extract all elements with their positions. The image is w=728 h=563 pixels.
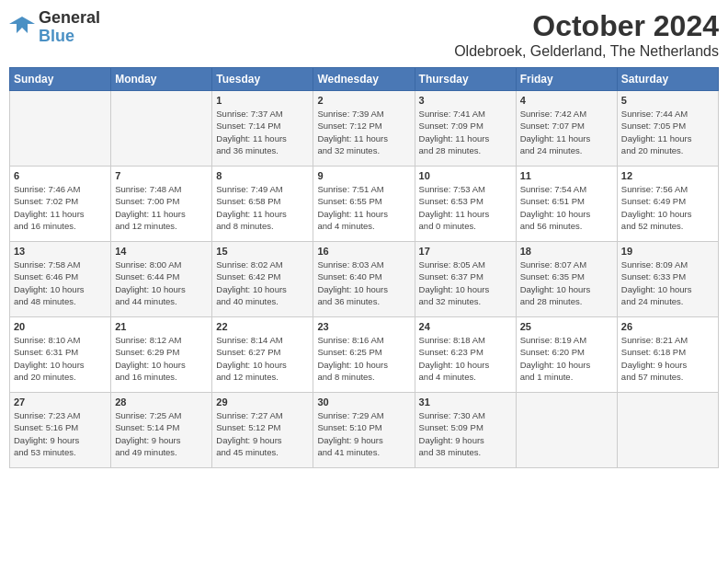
calendar-cell: 11Sunrise: 7:54 AM Sunset: 6:51 PM Dayli… bbox=[516, 167, 617, 242]
calendar-cell: 22Sunrise: 8:14 AM Sunset: 6:27 PM Dayli… bbox=[212, 317, 313, 393]
day-number: 31 bbox=[419, 396, 512, 408]
day-number: 20 bbox=[14, 321, 107, 332]
day-number: 19 bbox=[621, 246, 714, 257]
calendar-cell: 27Sunrise: 7:23 AM Sunset: 5:16 PM Dayli… bbox=[10, 393, 111, 468]
calendar-cell: 28Sunrise: 7:25 AM Sunset: 5:14 PM Dayli… bbox=[111, 393, 212, 468]
day-info: Sunrise: 8:05 AM Sunset: 6:37 PM Dayligh… bbox=[419, 259, 512, 307]
day-number: 28 bbox=[115, 396, 208, 408]
column-header-wednesday: Wednesday bbox=[313, 68, 415, 91]
page-title: October 2024 bbox=[454, 9, 719, 43]
calendar-cell: 19Sunrise: 8:09 AM Sunset: 6:33 PM Dayli… bbox=[617, 242, 718, 317]
day-info: Sunrise: 7:37 AM Sunset: 7:14 PM Dayligh… bbox=[216, 108, 309, 156]
logo: General Blue bbox=[9, 9, 100, 46]
calendar-cell: 31Sunrise: 7:30 AM Sunset: 5:09 PM Dayli… bbox=[415, 393, 516, 468]
calendar-cell: 9Sunrise: 7:51 AM Sunset: 6:55 PM Daylig… bbox=[313, 167, 415, 242]
day-info: Sunrise: 8:18 AM Sunset: 6:23 PM Dayligh… bbox=[419, 334, 512, 383]
calendar-cell: 6Sunrise: 7:46 AM Sunset: 7:02 PM Daylig… bbox=[10, 167, 111, 242]
calendar-cell: 10Sunrise: 7:53 AM Sunset: 6:53 PM Dayli… bbox=[415, 167, 516, 242]
calendar-cell bbox=[111, 91, 212, 167]
calendar-cell: 12Sunrise: 7:56 AM Sunset: 6:49 PM Dayli… bbox=[617, 167, 718, 242]
day-number: 23 bbox=[317, 321, 410, 332]
calendar-cell: 5Sunrise: 7:44 AM Sunset: 7:05 PM Daylig… bbox=[617, 91, 718, 167]
day-number: 24 bbox=[419, 321, 512, 332]
calendar-cell bbox=[10, 91, 111, 167]
day-number: 18 bbox=[520, 246, 613, 257]
column-header-monday: Monday bbox=[111, 68, 212, 91]
day-number: 12 bbox=[621, 170, 714, 181]
title-block: October 2024 Oldebroek, Gelderland, The … bbox=[454, 9, 719, 60]
day-info: Sunrise: 7:44 AM Sunset: 7:05 PM Dayligh… bbox=[621, 108, 714, 156]
day-number: 29 bbox=[216, 396, 309, 408]
day-number: 26 bbox=[621, 321, 714, 332]
day-number: 5 bbox=[621, 95, 714, 106]
day-number: 4 bbox=[520, 95, 613, 106]
day-number: 9 bbox=[317, 170, 410, 181]
day-number: 6 bbox=[14, 170, 107, 181]
page-subtitle: Oldebroek, Gelderland, The Netherlands bbox=[454, 43, 719, 60]
calendar-week-row: 1Sunrise: 7:37 AM Sunset: 7:14 PM Daylig… bbox=[10, 91, 719, 167]
calendar-cell bbox=[516, 393, 617, 468]
day-info: Sunrise: 7:39 AM Sunset: 7:12 PM Dayligh… bbox=[317, 108, 410, 156]
calendar-cell: 17Sunrise: 8:05 AM Sunset: 6:37 PM Dayli… bbox=[415, 242, 516, 317]
calendar-week-row: 20Sunrise: 8:10 AM Sunset: 6:31 PM Dayli… bbox=[10, 317, 719, 393]
calendar-cell: 25Sunrise: 8:19 AM Sunset: 6:20 PM Dayli… bbox=[516, 317, 617, 393]
calendar-week-row: 6Sunrise: 7:46 AM Sunset: 7:02 PM Daylig… bbox=[10, 167, 719, 242]
calendar-cell: 29Sunrise: 7:27 AM Sunset: 5:12 PM Dayli… bbox=[212, 393, 313, 468]
day-number: 22 bbox=[216, 321, 309, 332]
column-header-friday: Friday bbox=[516, 68, 617, 91]
day-info: Sunrise: 7:23 AM Sunset: 5:16 PM Dayligh… bbox=[14, 409, 107, 458]
day-info: Sunrise: 8:10 AM Sunset: 6:31 PM Dayligh… bbox=[14, 334, 107, 383]
svg-marker-0 bbox=[9, 17, 35, 33]
day-number: 3 bbox=[419, 95, 512, 106]
calendar-cell: 24Sunrise: 8:18 AM Sunset: 6:23 PM Dayli… bbox=[415, 317, 516, 393]
day-info: Sunrise: 8:03 AM Sunset: 6:40 PM Dayligh… bbox=[317, 259, 410, 307]
calendar-cell: 16Sunrise: 8:03 AM Sunset: 6:40 PM Dayli… bbox=[313, 242, 415, 317]
day-info: Sunrise: 7:48 AM Sunset: 7:00 PM Dayligh… bbox=[115, 183, 208, 232]
calendar-header-row: SundayMondayTuesdayWednesdayThursdayFrid… bbox=[10, 68, 719, 91]
day-info: Sunrise: 8:02 AM Sunset: 6:42 PM Dayligh… bbox=[216, 259, 309, 307]
day-number: 17 bbox=[419, 246, 512, 257]
day-info: Sunrise: 8:09 AM Sunset: 6:33 PM Dayligh… bbox=[621, 259, 714, 307]
day-number: 2 bbox=[317, 95, 410, 106]
calendar-cell bbox=[617, 393, 718, 468]
day-info: Sunrise: 7:46 AM Sunset: 7:02 PM Dayligh… bbox=[14, 183, 107, 232]
calendar-week-row: 13Sunrise: 7:58 AM Sunset: 6:46 PM Dayli… bbox=[10, 242, 719, 317]
column-header-thursday: Thursday bbox=[415, 68, 516, 91]
day-info: Sunrise: 7:49 AM Sunset: 6:58 PM Dayligh… bbox=[216, 183, 309, 232]
calendar-cell: 30Sunrise: 7:29 AM Sunset: 5:10 PM Dayli… bbox=[313, 393, 415, 468]
day-number: 10 bbox=[419, 170, 512, 181]
day-info: Sunrise: 7:25 AM Sunset: 5:14 PM Dayligh… bbox=[115, 409, 208, 458]
day-info: Sunrise: 7:56 AM Sunset: 6:49 PM Dayligh… bbox=[621, 183, 714, 232]
calendar-cell: 20Sunrise: 8:10 AM Sunset: 6:31 PM Dayli… bbox=[10, 317, 111, 393]
day-number: 16 bbox=[317, 246, 410, 257]
day-info: Sunrise: 7:42 AM Sunset: 7:07 PM Dayligh… bbox=[520, 108, 613, 156]
day-number: 25 bbox=[520, 321, 613, 332]
day-info: Sunrise: 7:53 AM Sunset: 6:53 PM Dayligh… bbox=[419, 183, 512, 232]
calendar-cell: 26Sunrise: 8:21 AM Sunset: 6:18 PM Dayli… bbox=[617, 317, 718, 393]
calendar-week-row: 27Sunrise: 7:23 AM Sunset: 5:16 PM Dayli… bbox=[10, 393, 719, 468]
calendar-cell: 18Sunrise: 8:07 AM Sunset: 6:35 PM Dayli… bbox=[516, 242, 617, 317]
calendar-cell: 15Sunrise: 8:02 AM Sunset: 6:42 PM Dayli… bbox=[212, 242, 313, 317]
calendar-cell: 7Sunrise: 7:48 AM Sunset: 7:00 PM Daylig… bbox=[111, 167, 212, 242]
calendar-cell: 8Sunrise: 7:49 AM Sunset: 6:58 PM Daylig… bbox=[212, 167, 313, 242]
calendar-cell: 1Sunrise: 7:37 AM Sunset: 7:14 PM Daylig… bbox=[212, 91, 313, 167]
column-header-tuesday: Tuesday bbox=[212, 68, 313, 91]
logo-line1: General bbox=[39, 9, 100, 28]
day-info: Sunrise: 7:41 AM Sunset: 7:09 PM Dayligh… bbox=[419, 108, 512, 156]
day-number: 15 bbox=[216, 246, 309, 257]
day-info: Sunrise: 7:54 AM Sunset: 6:51 PM Dayligh… bbox=[520, 183, 613, 232]
calendar-cell: 2Sunrise: 7:39 AM Sunset: 7:12 PM Daylig… bbox=[313, 91, 415, 167]
calendar-cell: 3Sunrise: 7:41 AM Sunset: 7:09 PM Daylig… bbox=[415, 91, 516, 167]
calendar-table: SundayMondayTuesdayWednesdayThursdayFrid… bbox=[9, 67, 719, 468]
logo-icon bbox=[9, 15, 35, 40]
logo-line2: Blue bbox=[39, 28, 100, 46]
day-number: 11 bbox=[520, 170, 613, 181]
day-number: 8 bbox=[216, 170, 309, 181]
page-header: General Blue October 2024 Oldebroek, Gel… bbox=[9, 9, 719, 60]
day-number: 1 bbox=[216, 95, 309, 106]
day-number: 30 bbox=[317, 396, 410, 408]
column-header-saturday: Saturday bbox=[617, 68, 718, 91]
day-info: Sunrise: 8:21 AM Sunset: 6:18 PM Dayligh… bbox=[621, 334, 714, 383]
column-header-sunday: Sunday bbox=[10, 68, 111, 91]
calendar-cell: 13Sunrise: 7:58 AM Sunset: 6:46 PM Dayli… bbox=[10, 242, 111, 317]
